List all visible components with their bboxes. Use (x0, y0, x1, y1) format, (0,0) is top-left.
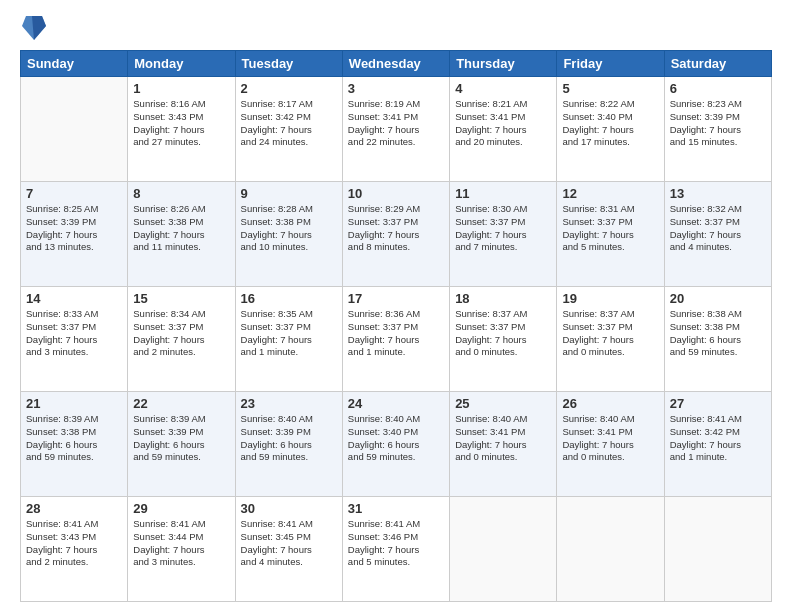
day-number: 4 (455, 81, 551, 96)
col-header-wednesday: Wednesday (342, 51, 449, 77)
day-number: 28 (26, 501, 122, 516)
day-number: 29 (133, 501, 229, 516)
logo-icon (22, 12, 46, 40)
day-info: Sunrise: 8:39 AM Sunset: 3:38 PM Dayligh… (26, 413, 122, 464)
day-cell: 22Sunrise: 8:39 AM Sunset: 3:39 PM Dayli… (128, 392, 235, 497)
day-info: Sunrise: 8:40 AM Sunset: 3:40 PM Dayligh… (348, 413, 444, 464)
day-cell: 17Sunrise: 8:36 AM Sunset: 3:37 PM Dayli… (342, 287, 449, 392)
day-cell: 9Sunrise: 8:28 AM Sunset: 3:38 PM Daylig… (235, 182, 342, 287)
day-info: Sunrise: 8:33 AM Sunset: 3:37 PM Dayligh… (26, 308, 122, 359)
day-number: 12 (562, 186, 658, 201)
day-cell: 12Sunrise: 8:31 AM Sunset: 3:37 PM Dayli… (557, 182, 664, 287)
day-cell: 28Sunrise: 8:41 AM Sunset: 3:43 PM Dayli… (21, 497, 128, 602)
day-info: Sunrise: 8:36 AM Sunset: 3:37 PM Dayligh… (348, 308, 444, 359)
day-cell: 31Sunrise: 8:41 AM Sunset: 3:46 PM Dayli… (342, 497, 449, 602)
day-info: Sunrise: 8:38 AM Sunset: 3:38 PM Dayligh… (670, 308, 766, 359)
day-number: 8 (133, 186, 229, 201)
day-info: Sunrise: 8:31 AM Sunset: 3:37 PM Dayligh… (562, 203, 658, 254)
day-cell: 27Sunrise: 8:41 AM Sunset: 3:42 PM Dayli… (664, 392, 771, 497)
page: SundayMondayTuesdayWednesdayThursdayFrid… (0, 0, 792, 612)
day-cell: 25Sunrise: 8:40 AM Sunset: 3:41 PM Dayli… (450, 392, 557, 497)
col-header-sunday: Sunday (21, 51, 128, 77)
day-info: Sunrise: 8:25 AM Sunset: 3:39 PM Dayligh… (26, 203, 122, 254)
day-cell: 3Sunrise: 8:19 AM Sunset: 3:41 PM Daylig… (342, 77, 449, 182)
day-cell: 4Sunrise: 8:21 AM Sunset: 3:41 PM Daylig… (450, 77, 557, 182)
calendar-header-row: SundayMondayTuesdayWednesdayThursdayFrid… (21, 51, 772, 77)
col-header-monday: Monday (128, 51, 235, 77)
day-info: Sunrise: 8:19 AM Sunset: 3:41 PM Dayligh… (348, 98, 444, 149)
day-info: Sunrise: 8:28 AM Sunset: 3:38 PM Dayligh… (241, 203, 337, 254)
svg-marker-1 (32, 16, 46, 40)
day-cell: 13Sunrise: 8:32 AM Sunset: 3:37 PM Dayli… (664, 182, 771, 287)
day-info: Sunrise: 8:23 AM Sunset: 3:39 PM Dayligh… (670, 98, 766, 149)
day-info: Sunrise: 8:40 AM Sunset: 3:41 PM Dayligh… (562, 413, 658, 464)
day-cell: 24Sunrise: 8:40 AM Sunset: 3:40 PM Dayli… (342, 392, 449, 497)
day-cell: 16Sunrise: 8:35 AM Sunset: 3:37 PM Dayli… (235, 287, 342, 392)
day-number: 17 (348, 291, 444, 306)
day-cell (557, 497, 664, 602)
day-info: Sunrise: 8:35 AM Sunset: 3:37 PM Dayligh… (241, 308, 337, 359)
day-cell: 19Sunrise: 8:37 AM Sunset: 3:37 PM Dayli… (557, 287, 664, 392)
week-row-2: 14Sunrise: 8:33 AM Sunset: 3:37 PM Dayli… (21, 287, 772, 392)
day-info: Sunrise: 8:40 AM Sunset: 3:39 PM Dayligh… (241, 413, 337, 464)
day-cell (664, 497, 771, 602)
day-cell: 23Sunrise: 8:40 AM Sunset: 3:39 PM Dayli… (235, 392, 342, 497)
day-info: Sunrise: 8:37 AM Sunset: 3:37 PM Dayligh… (562, 308, 658, 359)
day-info: Sunrise: 8:41 AM Sunset: 3:45 PM Dayligh… (241, 518, 337, 569)
day-info: Sunrise: 8:41 AM Sunset: 3:42 PM Dayligh… (670, 413, 766, 464)
day-cell: 29Sunrise: 8:41 AM Sunset: 3:44 PM Dayli… (128, 497, 235, 602)
day-number: 2 (241, 81, 337, 96)
day-number: 31 (348, 501, 444, 516)
day-info: Sunrise: 8:40 AM Sunset: 3:41 PM Dayligh… (455, 413, 551, 464)
day-number: 14 (26, 291, 122, 306)
day-cell (21, 77, 128, 182)
day-info: Sunrise: 8:41 AM Sunset: 3:46 PM Dayligh… (348, 518, 444, 569)
day-number: 23 (241, 396, 337, 411)
day-number: 6 (670, 81, 766, 96)
week-row-0: 1Sunrise: 8:16 AM Sunset: 3:43 PM Daylig… (21, 77, 772, 182)
day-number: 7 (26, 186, 122, 201)
day-number: 16 (241, 291, 337, 306)
day-number: 11 (455, 186, 551, 201)
logo (20, 16, 46, 40)
day-cell: 14Sunrise: 8:33 AM Sunset: 3:37 PM Dayli… (21, 287, 128, 392)
day-info: Sunrise: 8:34 AM Sunset: 3:37 PM Dayligh… (133, 308, 229, 359)
day-number: 25 (455, 396, 551, 411)
header (20, 16, 772, 40)
day-number: 30 (241, 501, 337, 516)
day-cell: 8Sunrise: 8:26 AM Sunset: 3:38 PM Daylig… (128, 182, 235, 287)
day-number: 22 (133, 396, 229, 411)
day-number: 1 (133, 81, 229, 96)
day-number: 9 (241, 186, 337, 201)
day-cell: 30Sunrise: 8:41 AM Sunset: 3:45 PM Dayli… (235, 497, 342, 602)
calendar-table: SundayMondayTuesdayWednesdayThursdayFrid… (20, 50, 772, 602)
day-cell: 21Sunrise: 8:39 AM Sunset: 3:38 PM Dayli… (21, 392, 128, 497)
day-info: Sunrise: 8:30 AM Sunset: 3:37 PM Dayligh… (455, 203, 551, 254)
day-number: 27 (670, 396, 766, 411)
col-header-thursday: Thursday (450, 51, 557, 77)
day-info: Sunrise: 8:22 AM Sunset: 3:40 PM Dayligh… (562, 98, 658, 149)
day-cell: 2Sunrise: 8:17 AM Sunset: 3:42 PM Daylig… (235, 77, 342, 182)
day-info: Sunrise: 8:41 AM Sunset: 3:43 PM Dayligh… (26, 518, 122, 569)
day-cell: 18Sunrise: 8:37 AM Sunset: 3:37 PM Dayli… (450, 287, 557, 392)
day-number: 21 (26, 396, 122, 411)
day-cell: 20Sunrise: 8:38 AM Sunset: 3:38 PM Dayli… (664, 287, 771, 392)
day-number: 15 (133, 291, 229, 306)
week-row-1: 7Sunrise: 8:25 AM Sunset: 3:39 PM Daylig… (21, 182, 772, 287)
day-cell: 11Sunrise: 8:30 AM Sunset: 3:37 PM Dayli… (450, 182, 557, 287)
day-number: 19 (562, 291, 658, 306)
day-number: 26 (562, 396, 658, 411)
day-cell: 5Sunrise: 8:22 AM Sunset: 3:40 PM Daylig… (557, 77, 664, 182)
day-number: 3 (348, 81, 444, 96)
col-header-friday: Friday (557, 51, 664, 77)
day-info: Sunrise: 8:26 AM Sunset: 3:38 PM Dayligh… (133, 203, 229, 254)
day-info: Sunrise: 8:29 AM Sunset: 3:37 PM Dayligh… (348, 203, 444, 254)
day-cell (450, 497, 557, 602)
day-info: Sunrise: 8:21 AM Sunset: 3:41 PM Dayligh… (455, 98, 551, 149)
day-cell: 26Sunrise: 8:40 AM Sunset: 3:41 PM Dayli… (557, 392, 664, 497)
day-number: 10 (348, 186, 444, 201)
day-info: Sunrise: 8:32 AM Sunset: 3:37 PM Dayligh… (670, 203, 766, 254)
day-number: 13 (670, 186, 766, 201)
day-number: 20 (670, 291, 766, 306)
col-header-tuesday: Tuesday (235, 51, 342, 77)
